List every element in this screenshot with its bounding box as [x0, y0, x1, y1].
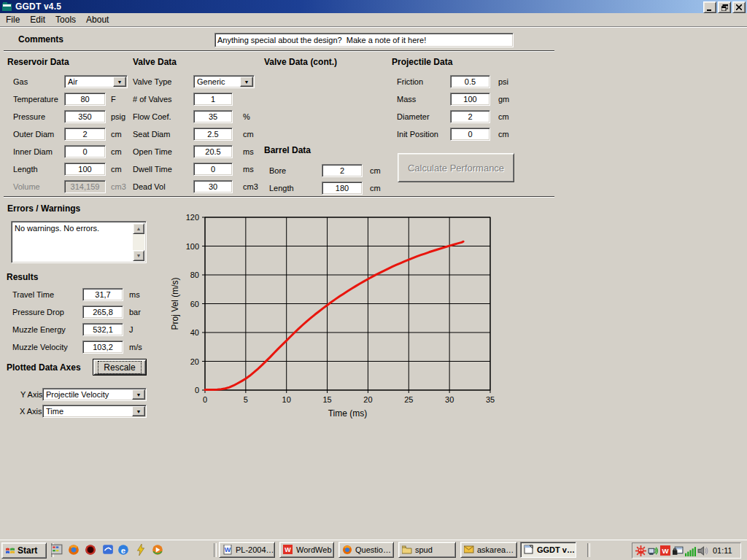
y-tick-label: 120	[186, 213, 199, 222]
reservoir-gas-select[interactable]: Air▼	[64, 75, 128, 88]
reservoir-outer-diam-input[interactable]: 2	[64, 128, 106, 141]
projectile-friction-label: Friction	[397, 77, 423, 86]
valve-dead-vol-value: 30	[209, 182, 217, 191]
task-button-questio[interactable]: Questio…	[338, 542, 394, 558]
firefox-icon	[342, 545, 352, 555]
reservoir-volume-unit: cm3	[111, 182, 126, 191]
barrel-section-title: Barrel Data	[264, 145, 311, 155]
results-muzzle-energy-unit: J	[129, 325, 133, 334]
valve-seat-diam-value: 2.5	[207, 130, 218, 139]
projectile-friction-input[interactable]: 0.5	[450, 75, 490, 88]
comments-input[interactable]	[214, 33, 514, 47]
projectile-diameter-value: 2	[468, 112, 472, 121]
close-button[interactable]	[732, 1, 746, 13]
results-pressure-drop-unit: bar	[129, 308, 141, 316]
taskbar: Start e WPL-2004…WWordWebQuestio…spudask…	[0, 540, 747, 560]
valve-dwell-time-label: Dwell Time	[133, 165, 172, 174]
chevron-down-icon[interactable]: ▼	[240, 77, 253, 87]
menu-item-tools[interactable]: Tools	[55, 15, 76, 25]
valve-dead-vol-input[interactable]: 30	[193, 180, 233, 193]
errors-section-title: Errors / Warnings	[7, 203, 80, 214]
quick-launch-keypad-icon[interactable]	[51, 544, 63, 556]
reservoir-length-label: Length	[13, 165, 38, 174]
taskbar-separator	[214, 543, 217, 557]
valve-valve-type-select[interactable]: Generic▼	[193, 75, 255, 88]
valve-flow-coef-input[interactable]: 35	[193, 110, 233, 123]
barrel-bore-input[interactable]: 2	[322, 164, 363, 177]
scroll-down-button[interactable]: ▼	[133, 250, 144, 261]
x-tick-label: 20	[363, 395, 372, 404]
velocity-chart: 05101520253035020406080100120Time (ms)Pr…	[168, 210, 503, 429]
valve-flow-coef-unit: %	[243, 112, 250, 121]
valve-seat-diam-label: Seat Diam	[133, 130, 170, 139]
rescale-button[interactable]: Rescale	[93, 359, 147, 376]
errors-scrollbar[interactable]: ▲ ▼	[133, 223, 144, 261]
tray-speaker-icon[interactable]	[697, 545, 708, 556]
y-axis-select[interactable]: Projectile Velocity ▼	[42, 388, 147, 401]
menu-item-about[interactable]: About	[86, 15, 109, 25]
quick-launch-ie-icon[interactable]: e	[117, 544, 130, 556]
tray-lock-pc-icon[interactable]	[673, 545, 684, 556]
tray-gear-icon[interactable]	[635, 545, 646, 556]
results-pressure-drop-output: 265,8	[82, 306, 123, 319]
task-button-ggdt-v[interactable]: GGDT v…	[520, 542, 576, 558]
task-button-pl-2004[interactable]: WPL-2004…	[219, 542, 275, 558]
tray-clock[interactable]: 01:11	[713, 546, 732, 555]
errors-textarea[interactable]: No warnings. No errors. ▲ ▼	[11, 221, 147, 263]
task-button-label: PL-2004…	[236, 545, 274, 554]
projectile-mass-unit: gm	[498, 95, 509, 104]
projectile-init-position-input[interactable]: 0	[450, 128, 490, 141]
chevron-down-icon[interactable]: ▼	[132, 389, 145, 400]
valve-cont-section-title: Valve Data (cont.)	[264, 57, 337, 67]
reservoir-length-input[interactable]: 100	[64, 163, 106, 176]
results-section-title: Results	[7, 272, 38, 282]
task-button-spud[interactable]: spud	[398, 542, 456, 558]
reservoir-inner-diam-input[interactable]: 0	[64, 145, 106, 158]
task-button-askarea[interactable]: askarea…	[460, 542, 517, 558]
quick-launch-winamp-icon[interactable]	[135, 544, 147, 556]
valve-open-time-input[interactable]: 20.5	[193, 145, 233, 158]
reservoir-volume-value: 314,159	[71, 182, 100, 191]
quick-launch-outlook-icon[interactable]	[102, 544, 115, 556]
reservoir-volume-label: Volume	[13, 182, 40, 191]
results-pressure-drop-label: Pressure Drop	[12, 308, 64, 316]
quick-launch-opera-icon[interactable]	[85, 544, 97, 556]
quick-launch-firefox-icon[interactable]	[68, 544, 80, 556]
scroll-up-button[interactable]: ▲	[133, 223, 144, 234]
reservoir-pressure-input[interactable]: 350	[64, 110, 106, 123]
valve-dwell-time-input[interactable]: 0	[193, 163, 233, 176]
reservoir-temperature-value: 80	[80, 95, 89, 104]
projectile-friction-value: 0.5	[465, 77, 476, 86]
svg-text:e: e	[121, 546, 125, 555]
restore-button[interactable]	[718, 1, 731, 13]
x-axis-label: X Axis	[20, 407, 42, 416]
chevron-down-icon[interactable]: ▼	[113, 77, 126, 87]
task-button-wordweb[interactable]: WWordWeb	[279, 542, 334, 558]
valve-seat-diam-input[interactable]: 2.5	[193, 128, 233, 141]
projectile-init-position-unit: cm	[498, 130, 509, 139]
y-axis-title: Proj Vel (m/s)	[170, 277, 180, 330]
valve-dwell-time-value: 0	[211, 165, 215, 174]
tray-signal-bars-icon[interactable]	[685, 545, 696, 556]
valve-of-valves-input[interactable]: 1	[193, 93, 233, 106]
reservoir-temperature-input[interactable]: 80	[64, 93, 106, 106]
chevron-down-icon[interactable]: ▼	[132, 406, 145, 416]
barrel-length-input[interactable]: 180	[322, 182, 363, 195]
projectile-diameter-unit: cm	[498, 112, 509, 121]
projectile-diameter-input[interactable]: 2	[450, 110, 490, 123]
start-button[interactable]: Start	[1, 542, 47, 559]
projectile-mass-input[interactable]: 100	[450, 93, 490, 106]
tray-wordweb-icon[interactable]: W	[660, 545, 671, 556]
tray-network-waves-icon[interactable]	[648, 545, 659, 556]
menu-item-edit[interactable]: Edit	[30, 15, 45, 25]
barrel-length-unit: cm	[370, 184, 381, 192]
projectile-init-position-label: Init Position	[397, 130, 438, 139]
quick-launch-mediaplayer-icon[interactable]	[152, 544, 164, 556]
x-axis-select[interactable]: Time ▼	[42, 405, 147, 418]
menu-item-file[interactable]: File	[6, 15, 20, 25]
results-muzzle-velocity-value: 103,2	[93, 343, 113, 351]
valve-flow-coef-label: Flow Coef.	[133, 112, 171, 121]
task-button-label: spud	[415, 545, 433, 554]
minimize-button[interactable]	[703, 1, 716, 13]
x-tick-label: 10	[282, 395, 291, 404]
